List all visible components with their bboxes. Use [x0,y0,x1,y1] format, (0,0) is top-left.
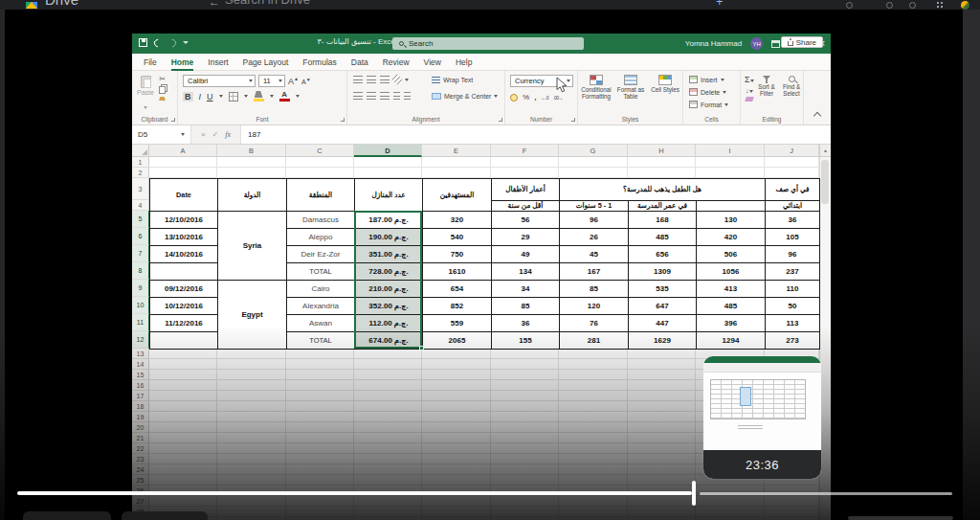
align-middle-icon[interactable] [367,76,376,83]
header-targeted[interactable]: المستهدفين [423,179,492,212]
cell-value-r5-3[interactable]: 168 [629,212,697,229]
cell-amount-r8[interactable]: 728.00 ج.م. [355,263,423,281]
column-header-A[interactable]: A [149,145,217,157]
row-header-8[interactable]: 8 [132,262,149,280]
percent-style-icon[interactable]: % [523,93,529,102]
clipboard-dialog-launcher-icon[interactable] [171,118,175,122]
cell-value-r8-3[interactable]: 1309 [629,263,697,281]
increase-indent-icon[interactable] [404,92,411,100]
cell-country-egypt[interactable]: Egypt [218,281,287,350]
decrease-font-icon[interactable]: A▼ [301,77,311,85]
cell-value-r12-2[interactable]: 281 [560,332,629,350]
cell-date-r10[interactable]: 10/12/2016 [150,298,218,315]
cut-icon[interactable]: ✂ [159,76,166,83]
delete-cells-button[interactable]: Delete [689,88,726,96]
cell-date-r8[interactable] [150,263,218,281]
header-date[interactable]: Date [150,179,218,212]
cell-value-r5-2[interactable]: 96 [560,212,629,229]
align-bottom-icon[interactable] [380,76,390,83]
row-header-10[interactable]: 10 [132,297,149,314]
excel-search-box[interactable]: Search [392,37,584,50]
cell-amount-r6[interactable]: 190.00 ج.م. [355,229,423,246]
row-header-25[interactable]: 25 [132,475,149,486]
header-region[interactable]: المنطقة [287,179,355,212]
cell-value-r11-5[interactable]: 113 [766,315,820,332]
cell-date-r5[interactable]: 12/10/2016 [150,212,218,229]
player-control-left-1[interactable] [23,511,111,520]
cell-value-r5-4[interactable]: 130 [697,212,766,229]
cell-amount-r9[interactable]: 210.00 ج.م. [355,281,423,298]
fill-color-caret-icon[interactable] [270,95,274,98]
orientation-caret-icon[interactable] [405,79,409,81]
cell-region-r9[interactable]: Cairo [287,281,355,298]
progress-bar-played[interactable] [17,491,692,495]
cell-value-r12-1[interactable]: 155 [492,332,560,350]
add-icon[interactable]: + [716,0,724,9]
offline-status-icon[interactable] [846,2,853,9]
row-header-13[interactable]: 13 [132,349,149,359]
cell-date-r6[interactable]: 13/10/2016 [150,229,218,246]
alignment-dialog-launcher-icon[interactable] [499,118,502,122]
cell-styles-button[interactable]: Cell Styles [648,75,682,94]
cell-value-r7-2[interactable]: 45 [560,246,629,263]
cell-value-r7-1[interactable]: 49 [492,246,560,263]
header-children-ages[interactable]: أعمار الأطفال [492,179,560,201]
orientation-icon[interactable] [391,74,402,84]
progress-bar-remaining[interactable] [700,492,952,495]
row-header-2[interactable]: 2 [132,168,149,178]
drive-avatar[interactable] [961,1,969,10]
comma-style-icon[interactable]: , [534,93,536,102]
accounting-format-icon[interactable] [510,94,518,102]
cell-value-r6-3[interactable]: 485 [629,229,697,246]
cell-value-r7-4[interactable]: 506 [697,246,766,263]
header-households[interactable]: عدد المنازل [355,179,423,212]
tab-view[interactable]: View [424,54,441,71]
header-which-grade[interactable]: في أي صف [766,179,820,201]
font-color-icon[interactable]: A [279,91,290,102]
row-header-7[interactable]: 7 [132,245,149,262]
tab-data[interactable]: Data [351,54,368,71]
cell-value-r10-0[interactable]: 852 [423,298,492,315]
tab-file[interactable]: File [144,54,157,71]
save-icon[interactable] [139,38,147,47]
row-header-20[interactable]: 20 [132,422,149,433]
row-header-3[interactable]: 3 [132,178,149,200]
align-top-icon[interactable] [353,76,363,83]
row-header-9[interactable]: 9 [132,280,149,297]
row-header-17[interactable]: 17 [132,391,149,401]
cell-value-r9-3[interactable]: 535 [629,281,697,298]
tab-home[interactable]: Home [171,54,194,71]
header-school-question[interactable]: هل الطفل يذهب للمدرسة؟ [560,179,766,201]
cell-value-r12-0[interactable]: 2065 [423,332,492,350]
cell-country-syria[interactable]: Syria [218,212,287,281]
cell-value-r6-2[interactable]: 26 [560,229,629,246]
tab-review[interactable]: Review [383,54,410,71]
cell-value-r7-3[interactable]: 656 [629,246,697,263]
insert-function-icon[interactable]: fx [225,130,231,139]
tab-help[interactable]: Help [456,54,472,71]
cell-value-r6-4[interactable]: 420 [697,229,766,246]
cell-region-r12[interactable]: TOTAL [287,332,355,350]
row-header-15[interactable]: 15 [132,370,149,380]
cell-value-r10-2[interactable]: 120 [560,298,629,315]
cell-value-r9-0[interactable]: 654 [423,281,492,298]
cell-region-r11[interactable]: Aswan [287,315,355,332]
cell-value-r12-4[interactable]: 1294 [697,332,766,350]
header-school-age[interactable]: في عمر المدرسة [629,201,697,212]
player-control-left-2[interactable] [122,511,208,520]
cell-date-r12[interactable] [150,332,218,350]
player-control-right[interactable] [848,516,953,520]
cell-date-r11[interactable]: 11/12/2016 [150,315,218,332]
column-header-B[interactable]: B [217,145,286,157]
settings-gear-icon[interactable] [909,2,916,9]
quick-access-caret-icon[interactable] [183,41,189,44]
header-under-one-year[interactable]: أقل من سنة [492,201,560,212]
collapse-ribbon-icon[interactable] [813,112,821,120]
tab-insert[interactable]: Insert [208,54,228,71]
drive-search-input[interactable]: Search in Drive [225,0,310,7]
cell-value-r6-0[interactable]: 540 [423,229,492,246]
font-color-caret-icon[interactable] [296,95,300,98]
cell-value-r5-0[interactable]: 320 [423,212,492,229]
column-header-J[interactable]: J [765,145,819,157]
apps-grid-icon[interactable] [936,1,945,10]
